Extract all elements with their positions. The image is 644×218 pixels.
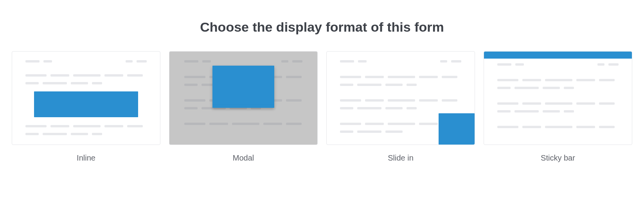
option-slidein-preview <box>326 51 475 145</box>
option-inline-label: Inline <box>12 154 160 163</box>
slidein-form-icon <box>439 113 475 145</box>
option-modal-preview <box>169 51 318 145</box>
option-modal-label: Modal <box>169 154 318 163</box>
option-stickybar[interactable]: Sticky bar <box>484 51 632 163</box>
inline-form-icon <box>34 91 138 117</box>
option-stickybar-preview <box>484 51 632 145</box>
modal-form-icon <box>212 66 274 105</box>
option-stickybar-label: Sticky bar <box>484 154 632 163</box>
option-modal[interactable]: Modal <box>169 51 318 163</box>
format-options: Inline <box>12 51 632 163</box>
page-title: Choose the display format of this form <box>12 20 632 35</box>
option-inline-preview <box>12 51 160 145</box>
option-inline[interactable]: Inline <box>12 51 160 163</box>
option-slidein-label: Slide in <box>326 154 475 163</box>
stickybar-form-icon <box>484 52 632 59</box>
option-slidein[interactable]: Slide in <box>326 51 475 163</box>
